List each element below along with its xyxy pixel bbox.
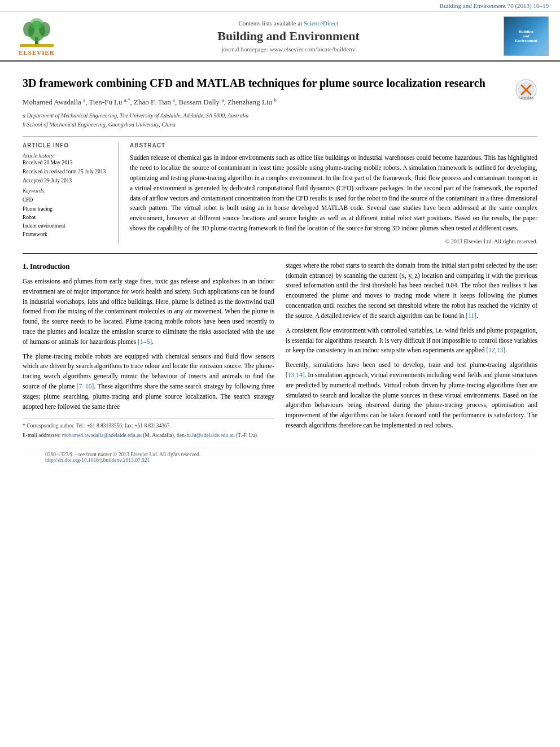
abstract-text: Sudden release of chemical gas in indoor… (130, 153, 537, 234)
footnote-section: * Corresponding author. Tel.: +61 8 8313… (23, 418, 274, 440)
email-link-1[interactable]: mohamed.awadalla@adelaide.edu.au (62, 433, 142, 438)
corresponding-author-note: * Corresponding author. Tel.: +61 8 8313… (23, 422, 274, 430)
received-date: Received 20 May 2013 (23, 160, 110, 165)
keyword-cfd: CFD (23, 196, 110, 204)
svg-text:CrossMark: CrossMark (519, 96, 534, 99)
sciencedirect-link[interactable]: ScienceDirect (304, 20, 339, 27)
journal-homepage-line: journal homepage: www.elsevier.com/locat… (73, 46, 504, 53)
svg-point-4 (30, 18, 43, 29)
left-column: 1. Introduction Gas emissions and plumes… (23, 261, 274, 441)
right-column: stages where the robot starts to search … (286, 261, 537, 441)
crossmark-logo: CrossMark (515, 78, 537, 101)
authors-line: Mohamed Awadalla a, Tien-Fu Lu a,*, Zhao… (23, 97, 537, 107)
right-para-3: Recently, simulations have been used to … (286, 360, 537, 431)
elsevier-tree-icon (20, 17, 54, 48)
journal-cover-image: BuildingandEnvironment (504, 16, 549, 56)
keyword-robot: Robot (23, 213, 110, 222)
article-info-abstract-section: ARTICLE INFO Article history: Received 2… (23, 136, 537, 244)
journal-title-header: Building and Environment (73, 29, 504, 43)
right-para-2: A consistent flow environment with contr… (286, 326, 537, 356)
email-label: E-mail addresses: (23, 433, 60, 438)
intro-para-2: The plume-tracing mobile robots are equi… (23, 352, 274, 412)
bottom-bar: 0360-1323/$ – see front matter © 2013 El… (23, 448, 537, 466)
doi-line: http://dx.doi.org/10.1016/j.buildenv.201… (45, 457, 515, 463)
intro-para-1: Gas emissions and plumes from early stag… (23, 277, 274, 347)
abstract-panel: ABSTRACT Sudden release of chemical gas … (130, 142, 537, 244)
keyword-plume: Plume tracing (23, 205, 110, 213)
history-label: Article history: (23, 153, 110, 159)
top-bar: Building and Environment 70 (2013) 10–19 (0, 0, 560, 12)
article-info-panel: ARTICLE INFO Article history: Received 2… (23, 142, 119, 244)
affiliation-1: a Department of Mechanical Engineering, … (23, 111, 537, 120)
right-para-1: stages where the robot starts to search … (286, 261, 537, 321)
issn-line: 0360-1323/$ – see front matter © 2013 El… (45, 452, 515, 457)
body-content: 1. Introduction Gas emissions and plumes… (23, 253, 537, 441)
copyright-line: © 2013 Elsevier Ltd. All rights reserved… (130, 238, 537, 244)
email-footnote: E-mail addresses: mohamed.awadalla@adela… (23, 431, 274, 439)
main-content: CrossMark 3D framework combining CFD and… (0, 62, 560, 475)
affiliation-2: b School of Mechanical Engineering, Guan… (23, 120, 537, 129)
accepted-date: Accepted 29 July 2013 (23, 178, 110, 184)
ref-13-14-link[interactable]: [13,14] (286, 372, 305, 378)
keywords-label: Keywords: (23, 188, 110, 194)
elsevier-logo: ELSEVIER (11, 17, 62, 56)
ref-7-10-link[interactable]: [7–10] (77, 383, 94, 390)
contents-available-line: Contents lists available at ScienceDirec… (73, 20, 504, 27)
keyword-framework: Framework (23, 230, 110, 239)
ref-11-link[interactable]: [11] (466, 312, 476, 319)
journal-reference: Building and Environment 70 (2013) 10–19 (440, 2, 549, 9)
email-link-2[interactable]: tien-fu.lu@adelaide.edu.au (177, 433, 235, 438)
introduction-title: 1. Introduction (23, 261, 274, 272)
keyword-indoor: Indoor environment (23, 222, 110, 230)
affiliations: a Department of Mechanical Engineering, … (23, 111, 537, 129)
article-info-label: ARTICLE INFO (23, 142, 110, 148)
journal-header-center: Contents lists available at ScienceDirec… (73, 20, 504, 53)
author-list: Mohamed Awadalla a, Tien-Fu Lu a,*, Zhao… (23, 98, 277, 106)
ref-1-6-link[interactable]: [1–6] (138, 338, 152, 345)
svg-rect-5 (20, 44, 54, 47)
journal-header: ELSEVIER Contents lists available at Sci… (0, 12, 560, 62)
paper-title: 3D framework combining CFD and MATLAB te… (23, 76, 537, 90)
doi-link[interactable]: http://dx.doi.org/10.1016/j.buildenv.201… (45, 457, 150, 463)
abstract-label: ABSTRACT (130, 142, 537, 148)
revised-date: Received in revised form 25 July 2013 (23, 169, 110, 174)
ref-12-13-link[interactable]: [12,13] (486, 347, 505, 353)
elsevier-brand-text: ELSEVIER (19, 49, 55, 56)
